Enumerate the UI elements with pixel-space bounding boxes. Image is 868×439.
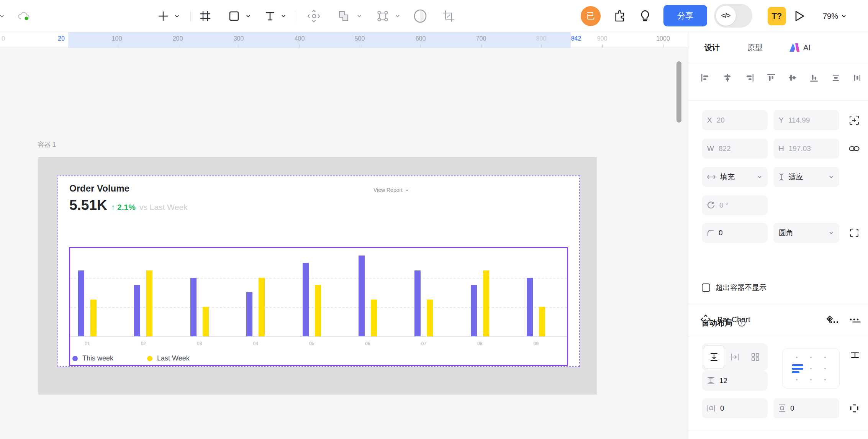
bar-last-week[interactable] <box>146 270 152 337</box>
layout-horizontal-option[interactable] <box>724 345 745 369</box>
horizontal-padding-field[interactable]: 0 <box>702 398 768 418</box>
tab-ai[interactable]: AI <box>789 32 811 63</box>
bar-this-week[interactable] <box>527 278 533 336</box>
shape-tool-icon[interactable] <box>225 0 243 32</box>
translate-badge[interactable]: T? <box>768 7 786 25</box>
clip-content-checkbox-row[interactable]: 超出容器不显示 <box>702 283 766 293</box>
independent-corners-icon[interactable] <box>848 227 860 239</box>
tab-design[interactable]: 设计 <box>704 32 720 63</box>
design-canvas[interactable]: 容器 1 Order Volume 5.51K ↑ 2.1% vs Last W… <box>0 48 688 439</box>
arrows-horizontal-icon <box>707 174 716 180</box>
align-bottom-icon[interactable] <box>807 71 821 84</box>
vector-chevron-icon[interactable] <box>393 0 402 32</box>
frame-target-icon[interactable] <box>848 115 860 126</box>
crop-tool-icon[interactable] <box>439 0 458 32</box>
ruler-label: 100 <box>112 35 122 42</box>
align-horizontal-center-icon[interactable] <box>721 71 734 84</box>
category-label: 03 <box>188 341 211 346</box>
properties-panel: 设计 原型 AI X20 Y114.99 W <box>688 32 868 439</box>
legend-item[interactable]: This week <box>72 354 113 362</box>
view-report-link[interactable]: View Report <box>373 187 409 193</box>
auto-layout-more-icon[interactable] <box>829 316 840 328</box>
insert-plus-icon[interactable] <box>155 0 172 32</box>
bar-last-week[interactable] <box>427 300 433 336</box>
tab-prototype[interactable]: 原型 <box>747 32 763 63</box>
item-spacing-field[interactable]: 12 <box>702 371 768 391</box>
vertical-gap-icon[interactable] <box>849 349 861 361</box>
link-dimensions-icon[interactable] <box>848 143 860 154</box>
chart-card[interactable]: Order Volume 5.51K ↑ 2.1% vs Last Week V… <box>57 175 580 367</box>
frame-name-label[interactable]: 容器 1 <box>38 140 56 149</box>
bar-last-week[interactable] <box>259 278 265 336</box>
zoom-control[interactable]: 79% <box>823 0 847 32</box>
ellipse-tool-icon[interactable] <box>411 0 430 32</box>
align-vertical-center-icon[interactable] <box>786 71 799 84</box>
vertical-scrollbar[interactable] <box>676 61 681 123</box>
bar-this-week[interactable] <box>78 270 84 337</box>
move-tool-icon[interactable] <box>305 0 323 32</box>
bar-chart-plot[interactable]: This weekLast Week 010203040506070809 <box>69 247 568 366</box>
ruler-label: 600 <box>416 35 426 42</box>
bar-last-week[interactable] <box>539 307 545 336</box>
insert-chevron-icon[interactable] <box>172 0 182 32</box>
text-tool-icon[interactable] <box>261 0 279 32</box>
collapse-chevron-icon[interactable] <box>0 0 7 32</box>
share-button[interactable]: 分享 <box>663 5 707 26</box>
horizontal-ruler[interactable]: 0201002003004005006007008008429001000 <box>0 32 688 48</box>
ruler-label: 20 <box>58 35 65 42</box>
align-right-icon[interactable] <box>743 71 756 84</box>
container-frame[interactable]: Order Volume 5.51K ↑ 2.1% vs Last Week V… <box>38 157 597 395</box>
boolean-shapes-icon[interactable] <box>335 0 353 32</box>
ai-logo-icon <box>789 43 800 52</box>
present-play-icon[interactable] <box>791 0 808 32</box>
distribute-horizontal-icon[interactable] <box>851 71 864 84</box>
bar-last-week[interactable] <box>90 300 97 336</box>
ruler-label: 1000 <box>656 35 670 42</box>
vertical-resize-dropdown[interactable]: 适应 <box>773 167 839 187</box>
remove-auto-layout-icon[interactable] <box>851 316 862 328</box>
rotation-field[interactable]: 0 ° <box>702 195 768 215</box>
distribute-vertical-icon[interactable] <box>829 71 842 84</box>
y-position-field[interactable]: Y114.99 <box>773 110 839 130</box>
bar-last-week[interactable] <box>483 270 489 337</box>
bar-this-week[interactable] <box>134 285 140 336</box>
bar-this-week[interactable] <box>359 256 365 336</box>
align-top-icon[interactable] <box>765 71 778 84</box>
horizontal-resize-dropdown[interactable]: 填充 <box>702 167 768 187</box>
align-left-icon[interactable] <box>699 71 712 84</box>
width-field[interactable]: W822 <box>702 139 768 159</box>
align-dot <box>796 357 798 358</box>
radius-mode-dropdown[interactable]: 圆角 <box>773 223 839 243</box>
layout-vertical-option[interactable] <box>704 345 724 369</box>
legend-item[interactable]: Last Week <box>147 354 190 362</box>
vector-net-icon[interactable] <box>373 0 392 32</box>
x-position-field[interactable]: X20 <box>702 110 768 130</box>
shape-chevron-icon[interactable] <box>244 0 253 32</box>
bar-this-week[interactable] <box>303 263 309 336</box>
alignment-pad[interactable] <box>782 349 840 388</box>
lightbulb-icon[interactable] <box>637 0 653 32</box>
corner-radius-field[interactable]: 0 <box>702 223 768 243</box>
bar-last-week[interactable] <box>203 307 209 336</box>
cloud-sync-icon[interactable] <box>14 0 34 32</box>
category-label: 08 <box>468 341 491 346</box>
text-chevron-icon[interactable] <box>279 0 288 32</box>
kpi-note: vs Last Week <box>139 203 188 212</box>
dev-mode-toggle[interactable]: </> <box>714 4 752 28</box>
vertical-padding-field[interactable]: 0 <box>773 398 839 418</box>
frame-tool-icon[interactable] <box>197 0 214 32</box>
layout-wrap-option[interactable] <box>745 345 766 369</box>
bar-last-week[interactable] <box>371 300 377 336</box>
corner-radius-icon <box>707 229 714 236</box>
avatar[interactable]: 已 <box>581 6 601 26</box>
boolean-chevron-icon[interactable] <box>355 0 364 32</box>
plugin-icon[interactable] <box>611 0 628 32</box>
bar-this-week[interactable] <box>471 285 477 336</box>
bar-this-week[interactable] <box>246 292 252 336</box>
height-field[interactable]: H197.03 <box>773 139 839 159</box>
checkbox-icon[interactable] <box>702 283 710 292</box>
bar-this-week[interactable] <box>190 278 197 336</box>
bar-this-week[interactable] <box>414 270 421 337</box>
bar-last-week[interactable] <box>315 285 321 336</box>
independent-padding-icon[interactable] <box>848 403 860 414</box>
